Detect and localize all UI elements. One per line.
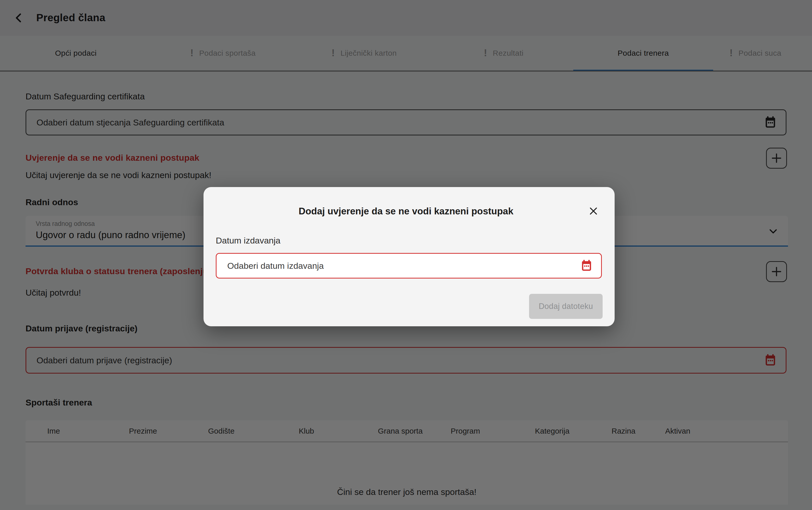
close-icon bbox=[588, 205, 599, 217]
app-screen: Pregled člana Opći podaci ! Podaci sport… bbox=[0, 0, 812, 510]
calendar-icon[interactable] bbox=[580, 259, 593, 272]
dodaj-datoteku-button: Dodaj datoteku bbox=[529, 294, 603, 319]
dialog-title: Dodaj uvjerenje da se ne vodi kazneni po… bbox=[0, 206, 812, 217]
datum-izdavanja-input[interactable] bbox=[216, 254, 580, 278]
datum-izdavanja-field[interactable] bbox=[216, 253, 602, 279]
close-dialog-button[interactable] bbox=[586, 204, 601, 218]
datum-izdavanja-label: Datum izdavanja bbox=[216, 235, 280, 246]
